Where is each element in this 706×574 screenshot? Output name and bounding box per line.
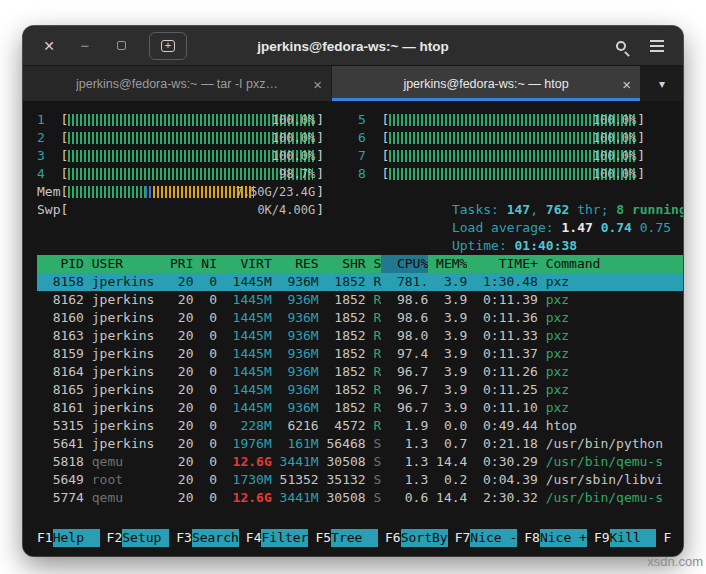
- cell-pid: 5315: [37, 417, 84, 435]
- fkey-f1[interactable]: F1Help: [37, 529, 100, 547]
- meter-bracket: [: [60, 147, 68, 165]
- cell-user: root: [92, 471, 162, 489]
- fkey-number: F3: [176, 529, 192, 547]
- process-row-8165[interactable]: 8165jperkins2001445M936M1852R96.73.90:11…: [37, 381, 683, 399]
- table-header-row[interactable]: PIDUSERPRINIVIRTRESSHRSCPU%MEM%TIME+Comm…: [37, 255, 683, 273]
- new-tab-button[interactable]: +: [149, 32, 187, 60]
- fkey-f8[interactable]: F8Nice +: [524, 529, 587, 547]
- maximize-icon: [117, 41, 126, 50]
- fkey-f[interactable]: F: [663, 529, 671, 547]
- cpu-meter-bar: 100.0%: [389, 167, 637, 181]
- fkey-f6[interactable]: F6SortBy: [385, 529, 448, 547]
- process-row-5641[interactable]: 5641jperkins2001976M161M56468S1.30.70:21…: [37, 435, 683, 453]
- cell-time: 0:30.29: [467, 453, 537, 471]
- process-row-8160[interactable]: 8160jperkins2001445M936M1852R98.63.90:11…: [37, 309, 683, 327]
- process-row-8159[interactable]: 8159jperkins2001445M936M1852R97.43.90:11…: [37, 345, 683, 363]
- maximize-button[interactable]: [106, 31, 136, 61]
- fkey-number: F4: [246, 529, 262, 547]
- fkey-f2[interactable]: F2Setup: [107, 529, 170, 547]
- cell-res: 936M: [272, 363, 319, 381]
- cell-res: 936M: [272, 327, 319, 345]
- meter-bracket: ]: [316, 147, 324, 165]
- column-header-user[interactable]: USER: [92, 255, 162, 273]
- cell-virt: 12.6G: [217, 453, 272, 471]
- cell-time: 1:30.48: [467, 273, 537, 291]
- cpu-meter-id: 7: [358, 147, 381, 165]
- column-header-s[interactable]: S: [366, 255, 382, 273]
- cell-pid: 8161: [37, 399, 84, 417]
- process-row-8161[interactable]: 8161jperkins2001445M936M1852R96.73.90:11…: [37, 399, 683, 417]
- search-button[interactable]: [606, 31, 636, 61]
- cell-shr: 1852: [319, 309, 366, 327]
- cell-virt: 1445M: [217, 345, 272, 363]
- cell-virt: 1445M: [217, 273, 272, 291]
- cpu-meter-id: 2: [37, 129, 60, 147]
- memory-meter-value: 7.50G/23.4G: [236, 185, 315, 199]
- cell-time: 0:11.10: [467, 399, 537, 417]
- column-header-command[interactable]: Command: [546, 255, 683, 273]
- tab-list-button[interactable]: ▾: [641, 66, 683, 101]
- cell-pri: 20: [162, 417, 193, 435]
- tab-htop[interactable]: jperkins@fedora-ws:~ — htop ×: [332, 66, 640, 101]
- process-row-8158[interactable]: 8158jperkins2001445M936M1852R781.3.91:30…: [37, 273, 683, 291]
- cell-shr: 30508: [319, 489, 366, 507]
- cpu-meter-id: 6: [358, 129, 381, 147]
- tab-close-icon[interactable]: ×: [313, 76, 322, 91]
- cpu-meter-value: 100.0%: [272, 149, 315, 163]
- cpu-meter-value: 100.0%: [272, 113, 315, 127]
- column-header-virt[interactable]: VIRT: [217, 255, 272, 273]
- tab-close-icon[interactable]: ×: [622, 76, 631, 91]
- process-row-5818[interactable]: 5818qemu20012.6G3441M30508S1.314.40:30.2…: [37, 453, 683, 471]
- htop-meters: 1[100.0%]2[100.0%]3[100.0%]4[98.7%] Mem[…: [37, 111, 683, 237]
- column-header-pri[interactable]: PRI: [162, 255, 193, 273]
- column-header-ni[interactable]: NI: [194, 255, 217, 273]
- fkey-number: F5: [315, 529, 331, 547]
- cpu-meter-1: 1[100.0%]: [37, 111, 324, 129]
- fkey-f3[interactable]: F3Search: [176, 529, 239, 547]
- cell-ni: 0: [194, 291, 217, 309]
- cell-time: 0:11.37: [467, 345, 537, 363]
- cell-mem: 3.9: [428, 309, 467, 327]
- window-title: jperkins@fedora-ws:~ — htop: [257, 38, 448, 53]
- fkey-f7[interactable]: F7Nice -: [455, 529, 518, 547]
- terminal-screen[interactable]: 1[100.0%]2[100.0%]3[100.0%]4[98.7%] Mem[…: [23, 101, 683, 556]
- meter-bracket: [: [60, 201, 68, 219]
- cell-s: R: [366, 363, 382, 381]
- tab-tar[interactable]: jperkins@fedora-ws:~ — tar -I pxz… ×: [23, 66, 331, 101]
- process-row-5315[interactable]: 5315jperkins200228M62164572R1.90.00:49.4…: [37, 417, 683, 435]
- column-header-res[interactable]: RES: [272, 255, 319, 273]
- process-row-5774[interactable]: 5774qemu20012.6G3441M30508S0.614.42:30.3…: [37, 489, 683, 507]
- column-header-shr[interactable]: SHR: [319, 255, 366, 273]
- cell-pid: 8160: [37, 309, 84, 327]
- fkey-f4[interactable]: F4Filter: [246, 529, 309, 547]
- fkey-number: F2: [107, 529, 123, 547]
- cell-virt: 1445M: [217, 399, 272, 417]
- cell-pid: 5641: [37, 435, 84, 453]
- column-header-time[interactable]: TIME+: [467, 255, 537, 273]
- column-header-mem[interactable]: MEM%: [428, 255, 467, 273]
- close-button[interactable]: ✕: [34, 31, 64, 61]
- cell-cpu: 98.6: [381, 291, 428, 309]
- cell-pid: 8162: [37, 291, 84, 309]
- cell-cpu: 781.: [381, 273, 428, 291]
- column-header-pid[interactable]: PID: [37, 255, 84, 273]
- fkey-f9[interactable]: F9Kill: [594, 529, 657, 547]
- cell-cpu: 0.6: [381, 489, 428, 507]
- cell-ni: 0: [194, 399, 217, 417]
- process-row-8162[interactable]: 8162jperkins2001445M936M1852R98.63.90:11…: [37, 291, 683, 309]
- cell-res: 936M: [272, 309, 319, 327]
- menu-button[interactable]: [642, 31, 672, 61]
- cpu-meter-7: 7[100.0%]: [358, 147, 645, 165]
- process-row-5649[interactable]: 5649root2001730M5135235132S1.30.20:04.39…: [37, 471, 683, 489]
- process-row-8163[interactable]: 8163jperkins2001445M936M1852R98.03.90:11…: [37, 327, 683, 345]
- minimize-button[interactable]: −: [70, 31, 100, 61]
- cell-shr: 1852: [319, 327, 366, 345]
- column-header-cpu[interactable]: CPU%: [381, 255, 428, 273]
- cell-shr: 4572: [319, 417, 366, 435]
- process-row-8164[interactable]: 8164jperkins2001445M936M1852R96.73.90:11…: [37, 363, 683, 381]
- cell-mem: 3.9: [428, 363, 467, 381]
- fkey-f5[interactable]: F5Tree: [315, 529, 378, 547]
- cell-user: qemu: [92, 489, 162, 507]
- cell-time: 0:11.36: [467, 309, 537, 327]
- cell-pid: 5649: [37, 471, 84, 489]
